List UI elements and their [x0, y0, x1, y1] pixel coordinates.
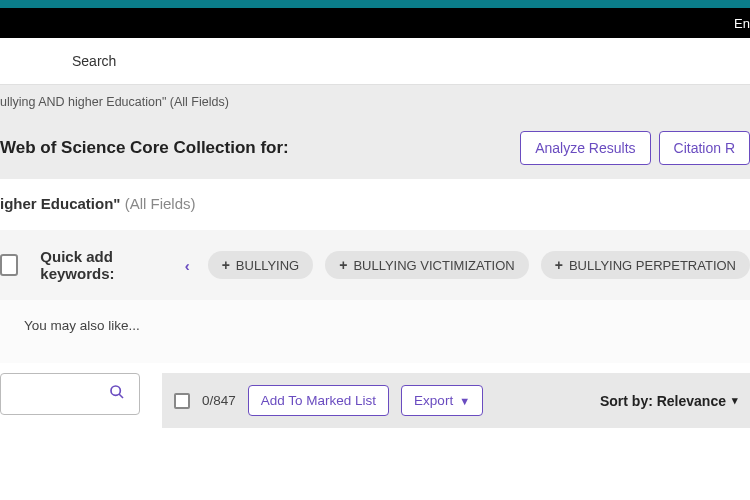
caret-down-icon: ▾	[732, 394, 738, 407]
results-heading: Web of Science Core Collection for:	[0, 138, 289, 158]
language-switcher[interactable]: En	[734, 16, 750, 31]
selection-count: 0/847	[202, 393, 236, 408]
results-toolbar: 0/847 Add To Marked List Export ▼ Sort b…	[162, 373, 750, 428]
chip-label: BULLYING	[236, 258, 299, 273]
breadcrumb-query-text: ullying AND higher Education" (All Field…	[0, 95, 229, 109]
citation-report-button[interactable]: Citation R	[659, 131, 750, 165]
sort-dropdown[interactable]: Sort by: Relevance ▾	[600, 393, 738, 409]
chevron-down-icon: ▼	[459, 395, 470, 407]
chip-label: BULLYING PERPETRATION	[569, 258, 736, 273]
breadcrumb-query: ullying AND higher Education" (All Field…	[0, 85, 750, 119]
query-detail: igher Education" (All Fields)	[0, 179, 750, 230]
svg-line-1	[119, 394, 123, 398]
refine-search-input[interactable]	[0, 373, 140, 415]
top-accent-bar	[0, 0, 750, 8]
you-may-also-like: You may also like...	[0, 300, 750, 363]
plus-icon: +	[339, 257, 347, 273]
plus-icon: +	[555, 257, 563, 273]
keyword-chip[interactable]: + BULLYING VICTIMIZATION	[325, 251, 529, 279]
search-icon	[109, 384, 125, 405]
tab-bar: Search	[0, 38, 750, 85]
also-like-text: You may also like...	[24, 318, 140, 333]
plus-icon: +	[222, 257, 230, 273]
query-term: igher Education"	[0, 195, 120, 212]
chip-label: BULLYING VICTIMIZATION	[353, 258, 514, 273]
keyword-chip[interactable]: + BULLYING PERPETRATION	[541, 251, 750, 279]
chevron-left-icon[interactable]: ‹	[179, 257, 196, 274]
top-black-bar: En	[0, 8, 750, 38]
results-heading-row: Web of Science Core Collection for: Anal…	[0, 119, 750, 179]
keyword-chip[interactable]: + BULLYING	[208, 251, 314, 279]
quick-add-keywords-section: Quick add keywords: ‹ + BULLYING + BULLY…	[0, 230, 750, 300]
svg-point-0	[111, 386, 120, 395]
quick-add-label: Quick add keywords:	[40, 248, 160, 282]
select-all-checkbox[interactable]	[0, 254, 18, 276]
add-to-marked-list-button[interactable]: Add To Marked List	[248, 385, 389, 416]
query-scope: (All Fields)	[125, 195, 196, 212]
select-page-checkbox[interactable]	[174, 393, 190, 409]
export-label: Export	[414, 393, 453, 408]
export-button[interactable]: Export ▼	[401, 385, 483, 416]
tab-search[interactable]: Search	[72, 53, 116, 69]
analyze-results-button[interactable]: Analyze Results	[520, 131, 650, 165]
sort-label: Sort by: Relevance	[600, 393, 726, 409]
bottom-row: 0/847 Add To Marked List Export ▼ Sort b…	[0, 363, 750, 428]
